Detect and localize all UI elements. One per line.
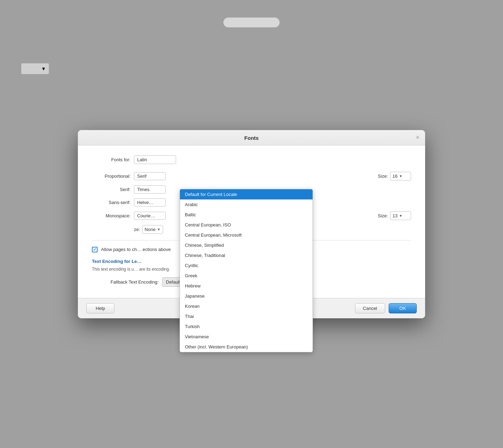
monospace-size-group: Size: 13 ▼ <box>378 211 411 220</box>
dropdown-item-chinese-traditional[interactable]: Chinese, Traditional <box>180 250 313 260</box>
allow-pages-label: Allow pages to ch… ections above <box>101 247 171 252</box>
encoding-dropdown-overlay: Default for Current LocaleArabicBalticCe… <box>180 189 313 352</box>
monospace-size-value: 13 <box>393 213 397 218</box>
fonts-dialog: Fonts × Fonts for: Latin Proportional: S… <box>78 130 425 318</box>
min-size-label <box>92 227 130 232</box>
dropdown-item-chinese-simplified[interactable]: Chinese, Simplified <box>180 240 313 250</box>
proportional-size-arrow: ▼ <box>399 174 402 178</box>
min-size-prefix-label: ze: <box>134 227 140 232</box>
help-button[interactable]: Help <box>86 303 114 313</box>
dropdown-item-cyrillic[interactable]: Cyrillic <box>180 260 313 271</box>
sans-serif-value: Helve… <box>137 200 153 205</box>
monospace-size-label: Size: <box>378 213 388 218</box>
monospace-value-box[interactable]: Courie… <box>134 212 166 220</box>
dropdown-item-central-european-iso[interactable]: Central European, ISO <box>180 220 313 230</box>
sans-serif-label: Sans-serif: <box>92 200 130 205</box>
proportional-row: Proportional: Serif Size: 16 ▼ <box>92 172 411 181</box>
ok-button[interactable]: OK <box>389 303 417 313</box>
sans-serif-value-box[interactable]: Helve… <box>134 198 166 206</box>
dropdown-item-baltic[interactable]: Baltic <box>180 210 313 220</box>
fonts-for-select[interactable]: Latin <box>134 155 176 164</box>
close-button[interactable]: × <box>416 134 420 141</box>
proportional-size-value: 16 <box>393 174 397 179</box>
monospace-size-arrow: ▼ <box>399 214 402 218</box>
proportional-type-select[interactable]: Serif <box>134 172 166 180</box>
serif-label: Serif: <box>92 187 130 192</box>
dropdown-item-arabic[interactable]: Arabic <box>180 199 313 210</box>
monospace-label: Monospace: <box>92 213 130 218</box>
fallback-label: Fallback Text Encoding: <box>92 279 159 285</box>
min-size-group: ze: None ▼ <box>134 225 163 234</box>
serif-value: Times <box>137 187 149 192</box>
dropdown-item-thai[interactable]: Thai <box>180 311 313 321</box>
fonts-for-value: Latin <box>137 157 147 162</box>
proportional-size-select[interactable]: 16 ▼ <box>390 172 411 181</box>
cancel-button[interactable]: Cancel <box>355 303 385 313</box>
dropdown-item-turkish[interactable]: Turkish <box>180 321 313 332</box>
proportional-label: Proportional: <box>92 174 130 179</box>
footer-right-buttons: Cancel OK <box>355 303 417 313</box>
serif-value-box[interactable]: Times <box>134 185 166 194</box>
fonts-for-label: Fonts for: <box>92 157 130 162</box>
monospace-size-select[interactable]: 13 ▼ <box>390 211 411 220</box>
min-size-arrow: ▼ <box>157 228 160 231</box>
dropdown-item-korean[interactable]: Korean <box>180 301 313 311</box>
dropdown-item-other-western[interactable]: Other (incl. Western European) <box>180 342 313 352</box>
dropdown-item-vietnamese[interactable]: Vietnamese <box>180 332 313 342</box>
min-size-select[interactable]: None ▼ <box>142 225 163 234</box>
allow-pages-checkbox[interactable]: ✓ <box>92 247 98 252</box>
proportional-type-value: Serif <box>137 174 147 179</box>
dropdown-item-default-locale[interactable]: Default for Current Locale <box>180 189 313 199</box>
fonts-for-row: Fonts for: Latin <box>92 155 411 164</box>
dialog-header: Fonts × <box>78 130 425 145</box>
dropdown-item-central-european-ms[interactable]: Central European, Microsoft <box>180 230 313 240</box>
dialog-title: Fonts <box>244 135 259 141</box>
proportional-size-group: Size: 16 ▼ <box>378 172 411 181</box>
bg-dropdown-widget: ▼ <box>21 63 49 74</box>
dropdown-item-greek[interactable]: Greek <box>180 271 313 281</box>
proportional-size-label: Size: <box>378 174 388 179</box>
bg-dropdown-arrow: ▼ <box>41 66 46 72</box>
dropdown-item-japanese[interactable]: Japanese <box>180 291 313 301</box>
checkmark-icon: ✓ <box>93 247 96 252</box>
monospace-value: Courie… <box>137 213 155 218</box>
dropdown-item-hebrew[interactable]: Hebrew <box>180 281 313 291</box>
min-size-value: None <box>145 227 155 232</box>
